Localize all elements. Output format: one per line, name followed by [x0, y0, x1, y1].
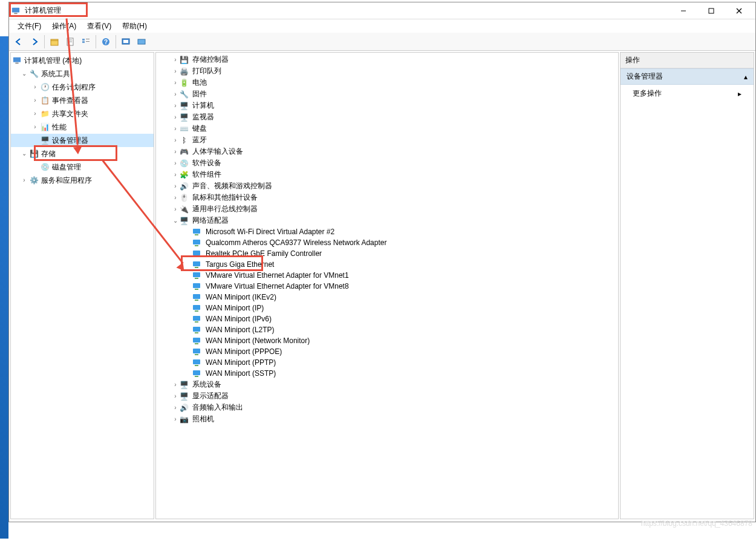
expand-toggle[interactable]: ›	[172, 114, 179, 120]
expand-toggle[interactable]: ›	[172, 393, 179, 399]
network-adapter-item[interactable]: VMware Virtual Ethernet Adapter for VMne…	[156, 281, 618, 292]
expand-toggle[interactable]: ›	[172, 125, 179, 132]
device-category[interactable]: ›📷照相机	[156, 413, 618, 425]
tree-shared-folders[interactable]: › 📁 共享文件夹	[11, 107, 154, 120]
expand-toggle[interactable]: ›	[172, 194, 179, 201]
expand-toggle[interactable]: ›	[172, 79, 179, 86]
adapter-label: WAN Miniport (IPv6)	[206, 315, 272, 323]
network-adapter-item[interactable]: Realtek PCIe GbE Family Controller	[156, 248, 618, 259]
properties-button[interactable]	[63, 34, 77, 49]
device-category[interactable]: ›🖥️显示适配器	[156, 390, 618, 402]
svg-rect-45	[193, 359, 200, 364]
device-category[interactable]: ›🎮人体学输入设备	[156, 146, 618, 157]
tree-system-tools[interactable]: ⌄ 🔧 系统工具	[11, 67, 154, 80]
expand-toggle[interactable]: ⌄	[172, 217, 179, 224]
device-category[interactable]: ›🖥️计算机	[156, 100, 618, 111]
submenu-arrow-icon: ▸	[738, 90, 741, 98]
expand-icon[interactable]: ›	[31, 123, 39, 131]
expand-toggle[interactable]: ›	[172, 183, 179, 189]
expand-icon[interactable]: ›	[21, 177, 28, 184]
expand-toggle[interactable]: ›	[172, 206, 179, 212]
device-category[interactable]: ›🔧固件	[156, 88, 618, 100]
expand-toggle[interactable]: ›	[172, 91, 179, 97]
device-category[interactable]: ›🧩软件组件	[156, 169, 618, 180]
device-category[interactable]: ›🔊声音、视频和游戏控制器	[156, 180, 618, 192]
close-button[interactable]	[725, 2, 753, 19]
expand-toggle[interactable]: ›	[172, 171, 179, 178]
collapse-icon[interactable]: ⌄	[21, 150, 28, 157]
expand-toggle[interactable]: ›	[172, 160, 179, 166]
device-category[interactable]: ›🖱️鼠标和其他指针设备	[156, 192, 618, 203]
network-adapter-item[interactable]: WAN Miniport (IKEv2)	[156, 292, 618, 303]
device-category[interactable]: ›🔊音频输入和输出	[156, 402, 618, 413]
device-category-icon: 🖥️	[179, 380, 189, 390]
tree-event-viewer[interactable]: › 📋 事件查看器	[11, 94, 154, 107]
tree-performance[interactable]: › 📊 性能	[11, 120, 154, 134]
minimize-button[interactable]	[670, 2, 697, 19]
expand-icon[interactable]: ›	[31, 84, 39, 91]
tree-task-scheduler[interactable]: › 🕐 任务计划程序	[11, 80, 154, 94]
expand-toggle[interactable]: ›	[172, 416, 179, 422]
adapter-label: VMware Virtual Ethernet Adapter for VMne…	[206, 271, 349, 280]
expand-toggle[interactable]: ›	[172, 381, 179, 388]
device-category[interactable]: ›🖥️系统设备	[156, 379, 618, 390]
device-category[interactable]: ›🔋电池	[156, 77, 618, 88]
svg-rect-35	[193, 305, 200, 310]
up-button[interactable]	[47, 34, 62, 49]
device-category[interactable]: ›ᛒ蓝牙	[156, 134, 618, 146]
expand-toggle[interactable]: ›	[172, 56, 179, 63]
clock-icon: 🕐	[40, 82, 50, 92]
network-adapter-item[interactable]: Qualcomm Atheros QCA9377 Wireless Networ…	[156, 237, 618, 248]
expand-toggle[interactable]: ›	[172, 68, 179, 74]
expand-toggle[interactable]: ›	[172, 137, 179, 143]
tree-root[interactable]: 计算机管理 (本地)	[11, 54, 154, 67]
device-category[interactable]: ›💾存储控制器	[156, 54, 618, 65]
tree-services[interactable]: › ⚙️ 服务和应用程序	[11, 174, 154, 187]
device-category[interactable]: ›🖥️监视器	[156, 111, 618, 123]
network-adapter-item[interactable]: WAN Miniport (PPPOE)	[156, 346, 618, 357]
help-button[interactable]: ?	[99, 34, 113, 49]
collapse-icon[interactable]: ⌄	[21, 70, 28, 77]
menu-file[interactable]: 文件(F)	[13, 20, 46, 33]
network-adapter-item[interactable]: Microsoft Wi-Fi Direct Virtual Adapter #…	[156, 226, 618, 237]
adapter-label: Qualcomm Atheros QCA9377 Wireless Networ…	[206, 238, 386, 247]
actions-section[interactable]: 设备管理器 ▴	[621, 68, 754, 85]
expand-icon[interactable]: ›	[31, 110, 39, 117]
expand-icon[interactable]: ›	[31, 97, 39, 104]
adapter-label: WAN Miniport (PPPOE)	[206, 347, 282, 356]
back-button[interactable]	[11, 34, 26, 49]
device-category[interactable]: ›🔌通用串行总线控制器	[156, 203, 618, 215]
tree-storage[interactable]: ⌄ 💾 存储	[11, 147, 154, 160]
network-adapter-item[interactable]: WAN Miniport (L2TP)	[156, 324, 618, 335]
device-category[interactable]: ⌄🖥️网络适配器	[156, 215, 618, 226]
forward-button[interactable]	[27, 34, 42, 49]
adapter-label: WAN Miniport (IP)	[206, 304, 264, 312]
services-icon: ⚙️	[29, 175, 39, 185]
show-button[interactable]	[134, 34, 149, 49]
menubar: 文件(F) 操作(A) 查看(V) 帮助(H)	[9, 19, 755, 33]
network-adapter-item[interactable]: WAN Miniport (SSTP)	[156, 368, 618, 379]
list-button[interactable]	[79, 34, 93, 49]
expand-toggle[interactable]: ›	[172, 404, 179, 411]
expand-toggle[interactable]: ›	[172, 148, 179, 155]
device-category[interactable]: ›⌨️键盘	[156, 123, 618, 134]
tree-disk-management[interactable]: 💿 磁盘管理	[11, 160, 154, 174]
device-category[interactable]: ›🖨️打印队列	[156, 65, 618, 77]
tree-device-manager[interactable]: 🖥️ 设备管理器	[11, 134, 154, 147]
network-adapter-item[interactable]: WAN Miniport (PPTP)	[156, 357, 618, 368]
network-adapter-item[interactable]: Targus Giga Ethernet	[156, 259, 618, 270]
svg-rect-44	[195, 354, 198, 355]
expand-toggle[interactable]: ›	[172, 102, 179, 109]
menu-help[interactable]: 帮助(H)	[117, 20, 152, 33]
menu-action[interactable]: 操作(A)	[47, 20, 81, 33]
network-adapter-item[interactable]: WAN Miniport (Network Monitor)	[156, 335, 618, 346]
network-adapter-item[interactable]: WAN Miniport (IP)	[156, 303, 618, 313]
menu-view[interactable]: 查看(V)	[82, 20, 116, 33]
network-adapter-item[interactable]: WAN Miniport (IPv6)	[156, 313, 618, 324]
toolbar-separator	[96, 35, 96, 48]
network-adapter-item[interactable]: VMware Virtual Ethernet Adapter for VMne…	[156, 270, 618, 281]
scan-button[interactable]	[119, 34, 133, 49]
maximize-button[interactable]	[697, 2, 725, 19]
device-category[interactable]: ›💿软件设备	[156, 157, 618, 169]
more-actions[interactable]: 更多操作 ▸	[621, 85, 754, 102]
